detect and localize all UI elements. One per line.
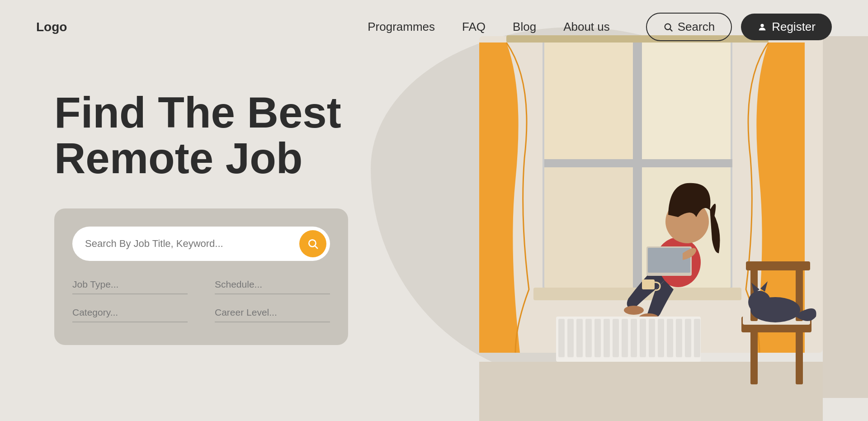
svg-point-3 — [309, 240, 316, 246]
schedule-filter[interactable]: Schedule... — [215, 279, 330, 294]
schedule-label: Schedule... — [215, 279, 262, 289]
nav-about[interactable]: About us — [563, 20, 610, 34]
job-type-filter[interactable]: Job Type... — [72, 279, 188, 294]
logo[interactable]: Logo — [36, 20, 67, 34]
job-type-label: Job Type... — [72, 279, 118, 289]
search-label: Search — [678, 20, 715, 34]
svg-line-1 — [670, 29, 672, 31]
left-section: Find The Best Remote Job Job Type... Sc — [54, 72, 371, 345]
hero-title: Find The Best Remote Job — [54, 90, 371, 181]
search-submit-button[interactable] — [299, 230, 326, 257]
career-level-filter[interactable]: Career Level... — [215, 307, 330, 322]
search-icon — [663, 22, 673, 32]
filter-grid: Job Type... Schedule... Category... Care… — [72, 279, 330, 322]
svg-point-2 — [761, 24, 764, 27]
search-bar — [72, 227, 330, 261]
search-submit-icon — [307, 238, 319, 250]
svg-point-0 — [665, 24, 670, 29]
category-label: Category... — [72, 307, 118, 317]
main-content: Find The Best Remote Job Job Type... Sc — [0, 54, 868, 345]
nav-blog[interactable]: Blog — [513, 20, 536, 34]
nav-faq[interactable]: FAQ — [462, 20, 486, 34]
search-button[interactable]: Search — [646, 13, 732, 41]
career-level-label: Career Level... — [215, 307, 277, 317]
register-label: Register — [772, 20, 816, 34]
register-button[interactable]: Register — [741, 14, 832, 40]
job-search-input[interactable] — [85, 238, 299, 250]
nav-links: Programmes FAQ Blog About us — [368, 20, 610, 34]
svg-rect-39 — [479, 362, 823, 421]
category-filter[interactable]: Category... — [72, 307, 188, 322]
svg-line-4 — [315, 246, 318, 248]
nav-actions: Search Register — [646, 13, 832, 41]
nav-programmes[interactable]: Programmes — [368, 20, 435, 34]
user-icon — [757, 22, 767, 32]
search-card: Job Type... Schedule... Category... Care… — [54, 208, 348, 345]
